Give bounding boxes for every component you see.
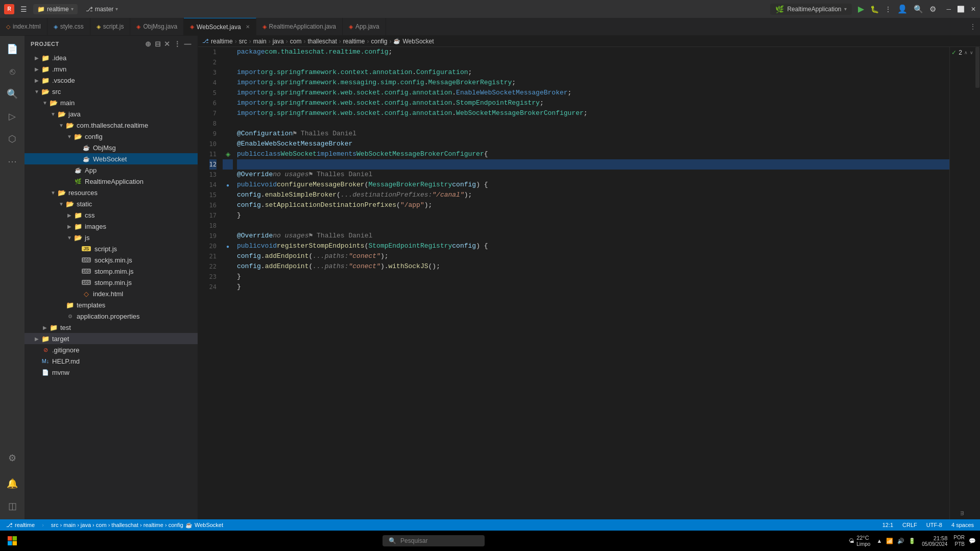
minimize-button[interactable]: ─: [946, 6, 951, 13]
project-selector[interactable]: 📁 realtime ▾: [33, 4, 78, 14]
status-path[interactable]: src › main › java › com › thalleschat › …: [49, 522, 225, 529]
tree-item-package[interactable]: ▼ 📂 com.thalleschat.realtime: [25, 119, 198, 131]
taskbar-temp[interactable]: 🌤 22°C Limpo: [847, 535, 872, 547]
minimap-thumb[interactable]: [975, 47, 979, 88]
tree-item-vscode[interactable]: ▶ 📁 .vscode: [25, 75, 198, 86]
add-content-icon[interactable]: ⊕: [145, 40, 152, 48]
settings-button[interactable]: ⚙: [929, 5, 936, 14]
tree-item-websocket[interactable]: ☕ WebSocket: [25, 153, 198, 164]
arrow-icon: ▼: [41, 100, 49, 106]
tree-item-sockjs[interactable]: 101 sockjs.min.js: [25, 254, 198, 266]
tree-item-src[interactable]: ▼ 📂 src: [25, 86, 198, 97]
breadcrumb-thalleschat[interactable]: thalleschat: [307, 38, 337, 45]
restore-button[interactable]: ⬜: [957, 6, 965, 13]
status-line-ending[interactable]: CRLF: [900, 522, 919, 528]
breadcrumb-com[interactable]: com: [290, 38, 302, 45]
activity-notifications-icon[interactable]: 🔔: [2, 473, 22, 494]
tree-item-indexhtml[interactable]: ◇ index.html: [25, 288, 198, 299]
tree-item-mvn[interactable]: ▶ 📁 .mvn: [25, 63, 198, 75]
tree-item-app[interactable]: ☕ App: [25, 164, 198, 176]
breadcrumb-websocket[interactable]: WebSocket: [402, 38, 434, 45]
tree-item-helpmd[interactable]: M↓ HELP.md: [25, 355, 198, 367]
tree-item-idea[interactable]: ▶ 📁 .idea: [25, 52, 198, 63]
run-config-selector[interactable]: 🌿 RealtimeApplication ▾: [770, 4, 852, 15]
collapse-all-icon[interactable]: ⊟: [155, 40, 161, 48]
tree-item-gitignore[interactable]: ⊘ .gitignore: [25, 344, 198, 355]
status-branch[interactable]: ⎇ realtime: [4, 522, 37, 529]
tree-item-images[interactable]: ▶ 📁 images: [25, 221, 198, 232]
tree-label: templates: [77, 301, 105, 309]
status-encoding[interactable]: UTF-8: [924, 522, 944, 528]
tree-item-objmsg[interactable]: ☕ ObjMsg: [25, 142, 198, 153]
tree-item-config[interactable]: ▼ 📂 config: [25, 131, 198, 142]
branch-name: master: [95, 6, 114, 13]
branch-selector[interactable]: ⎇ master ▾: [82, 4, 123, 14]
search-button[interactable]: 🔍: [914, 5, 923, 14]
folder-icon: 📁: [74, 211, 83, 219]
tab-style-css[interactable]: ◈ style.css: [47, 18, 90, 35]
tree-item-test[interactable]: ▶ 📁 test: [25, 322, 198, 333]
sidebar-more-icon[interactable]: ⋮: [174, 40, 181, 48]
more-actions-button[interactable]: ⋮: [885, 6, 891, 13]
temp-icon: 🌤: [849, 538, 854, 544]
taskbar-notification-icon[interactable]: 💬: [969, 538, 976, 544]
taskbar-wifi-icon[interactable]: 📶: [886, 538, 893, 544]
file-icon: 📄: [41, 369, 50, 376]
tab-app-java[interactable]: ◈ App.java: [343, 18, 386, 35]
tab-script-js[interactable]: ◈ script.js: [90, 18, 131, 35]
breadcrumb-realtime2[interactable]: realtime: [343, 38, 365, 45]
tree-item-java[interactable]: ▼ 📂 java: [25, 108, 198, 119]
status-position[interactable]: 12:1: [880, 522, 895, 528]
tree-item-js[interactable]: ▼ 📂 js: [25, 232, 198, 243]
tree-item-scriptjs[interactable]: JS script.js: [25, 243, 198, 254]
breadcrumb-realtime[interactable]: realtime: [211, 38, 233, 45]
tab-more-button[interactable]: ⋮: [966, 18, 980, 35]
activity-more-icon[interactable]: ⋯: [2, 151, 22, 172]
sidebar-minimize-icon[interactable]: —: [184, 40, 192, 48]
tree-item-css[interactable]: ▶ 📁 css: [25, 209, 198, 221]
start-button[interactable]: [4, 533, 20, 549]
activity-plugins-icon[interactable]: ⬡: [2, 129, 22, 149]
activity-sidebar-right-icon[interactable]: ◫: [2, 496, 22, 516]
tree-item-static[interactable]: ▼ 📂 static: [25, 198, 198, 209]
tab-objmsg-java[interactable]: ◈ ObjMsg.java: [130, 18, 184, 35]
activity-vcs-icon[interactable]: ⎋: [2, 61, 22, 82]
tree-item-main[interactable]: ▼ 📂 main: [25, 97, 198, 108]
account-icon[interactable]: 👤: [897, 4, 907, 14]
tree-item-stompminjs[interactable]: 101 stomp.min.js: [25, 277, 198, 288]
tree-item-stompmin[interactable]: 101 stomp.mim.js: [25, 266, 198, 277]
close-sidebar-icon[interactable]: ✕: [164, 40, 171, 48]
taskbar-clock[interactable]: 21:58 05/09/2024: [920, 535, 949, 547]
run-button[interactable]: ▶: [858, 4, 864, 14]
tab-icon-index-html: ◇: [6, 23, 10, 30]
taskbar-volume-icon[interactable]: 🔊: [897, 538, 904, 544]
close-button[interactable]: ✕: [971, 6, 976, 13]
tab-close-websocket[interactable]: ✕: [246, 24, 250, 30]
code-editor[interactable]: package com.thalleschat.realtime.config;…: [233, 47, 949, 519]
breadcrumb-main[interactable]: main: [253, 38, 267, 45]
taskbar-up-icon[interactable]: ▲: [876, 538, 882, 544]
taskbar-language[interactable]: POR PTB: [953, 534, 965, 547]
tree-item-appprops[interactable]: ⚙ application.properties: [25, 310, 198, 322]
tree-item-target[interactable]: ▶ 📁 target: [25, 333, 198, 344]
breadcrumb-src[interactable]: src: [239, 38, 247, 45]
taskbar-battery-icon[interactable]: 🔋: [909, 538, 916, 544]
tab-index-html[interactable]: ◇ index.html: [0, 18, 47, 35]
activity-search-icon[interactable]: 🔍: [2, 84, 22, 104]
tree-item-mvnw[interactable]: 📄 mvnw: [25, 367, 198, 378]
tree-label: WebSocket: [93, 155, 127, 163]
breadcrumb-java[interactable]: java: [273, 38, 284, 45]
debug-button[interactable]: 🐛: [870, 5, 879, 13]
menu-icon[interactable]: ☰: [18, 3, 29, 15]
breadcrumb-config[interactable]: config: [371, 38, 387, 45]
tree-item-resources[interactable]: ▼ 📂 resources: [25, 187, 198, 198]
status-indent[interactable]: 4 spaces: [949, 522, 976, 528]
tab-realtimeapp-java[interactable]: ◈ RealtimeApplication.java: [256, 18, 343, 35]
activity-run-icon[interactable]: ▷: [2, 106, 22, 127]
tree-item-realtimeapp[interactable]: 🌿 RealtimeApplication: [25, 176, 198, 187]
taskbar-search-box[interactable]: 🔍 Pesquisar: [383, 535, 485, 546]
tab-websocket-java[interactable]: ◈ WebSocket.java ✕: [184, 18, 256, 35]
tree-item-templates[interactable]: 📁 templates: [25, 299, 198, 310]
activity-settings-icon[interactable]: ⚙: [2, 448, 22, 468]
activity-project-icon[interactable]: 📄: [2, 39, 22, 59]
